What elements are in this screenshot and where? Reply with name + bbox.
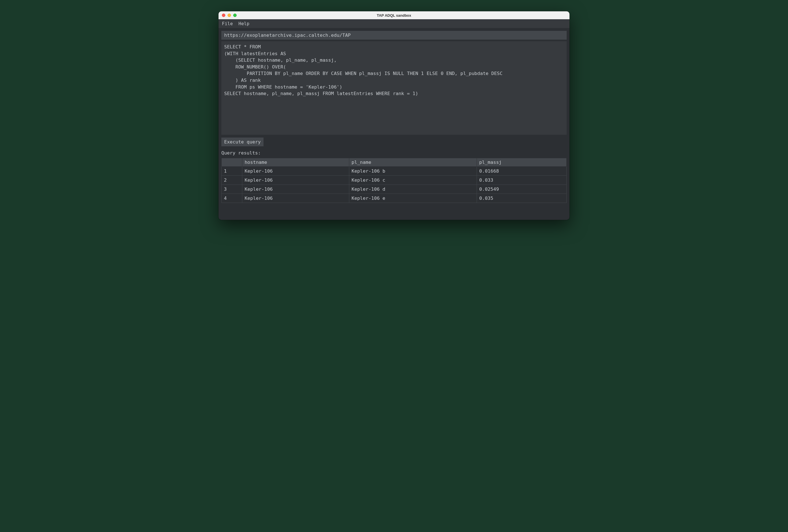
col-header-index [222, 158, 242, 167]
cell-plmassj: 0.01668 [477, 167, 567, 176]
cell-idx: 1 [222, 167, 242, 176]
app-window: TAP ADQL sandbox File Help Execute query… [218, 11, 570, 220]
menubar: File Help [218, 19, 570, 28]
cell-plname: Kepler-106 e [349, 194, 477, 203]
content-area: Execute query Query results: hostname pl… [218, 28, 570, 220]
execute-query-button[interactable]: Execute query [221, 138, 263, 146]
cell-plname: Kepler-106 c [349, 176, 477, 185]
table-row: 4 Kepler-106 Kepler-106 e 0.035 [222, 194, 567, 203]
col-header-plname: pl_name [349, 158, 477, 167]
adql-query-textarea[interactable] [221, 41, 567, 135]
menu-file[interactable]: File [221, 20, 234, 27]
cell-idx: 3 [222, 185, 242, 194]
maximize-icon[interactable] [233, 14, 237, 17]
table-header-row: hostname pl_name pl_massj [222, 158, 567, 167]
table-row: 3 Kepler-106 Kepler-106 d 0.02549 [222, 185, 567, 194]
close-icon[interactable] [222, 14, 225, 17]
cell-hostname: Kepler-106 [242, 194, 349, 203]
menu-help[interactable]: Help [238, 20, 250, 27]
minimize-icon[interactable] [228, 14, 231, 17]
results-label: Query results: [221, 150, 567, 156]
cell-plmassj: 0.033 [477, 176, 567, 185]
tap-url-input[interactable] [221, 31, 567, 40]
cell-hostname: Kepler-106 [242, 185, 349, 194]
cell-plname: Kepler-106 b [349, 167, 477, 176]
cell-hostname: Kepler-106 [242, 167, 349, 176]
cell-plname: Kepler-106 d [349, 185, 477, 194]
bottom-padding [221, 203, 567, 217]
cell-idx: 4 [222, 194, 242, 203]
table-row: 2 Kepler-106 Kepler-106 c 0.033 [222, 176, 567, 185]
window-title: TAP ADQL sandbox [377, 13, 411, 18]
titlebar: TAP ADQL sandbox [218, 11, 570, 19]
cell-hostname: Kepler-106 [242, 176, 349, 185]
col-header-hostname: hostname [242, 158, 349, 167]
cell-idx: 2 [222, 176, 242, 185]
traffic-lights [222, 14, 237, 17]
table-row: 1 Kepler-106 Kepler-106 b 0.01668 [222, 167, 567, 176]
col-header-plmassj: pl_massj [477, 158, 567, 167]
cell-plmassj: 0.035 [477, 194, 567, 203]
cell-plmassj: 0.02549 [477, 185, 567, 194]
results-tbody: 1 Kepler-106 Kepler-106 b 0.01668 2 Kepl… [222, 167, 567, 203]
results-table: hostname pl_name pl_massj 1 Kepler-106 K… [221, 158, 567, 203]
